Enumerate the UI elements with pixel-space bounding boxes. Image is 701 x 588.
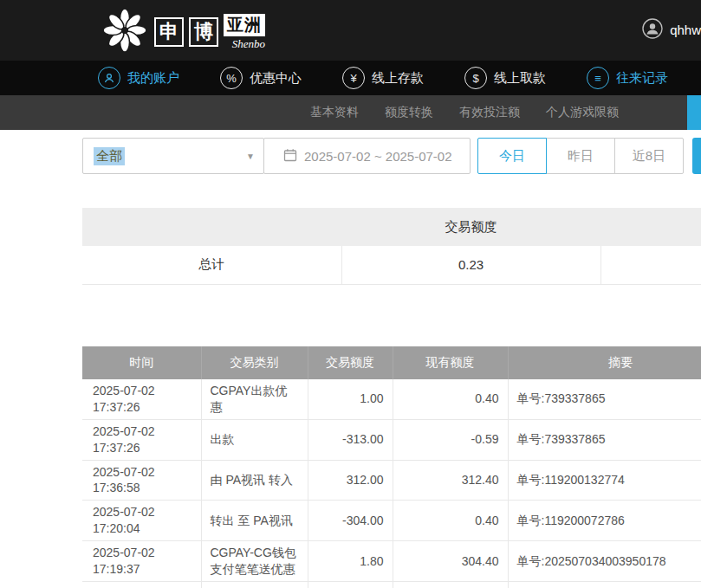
table-cell: 转出 至 PA视讯 bbox=[201, 501, 308, 541]
withdraw-icon: $ bbox=[464, 67, 487, 89]
transactions-table: 时间 交易类别 交易额度 现有额度 摘要 2025-07-02 17:37:26… bbox=[82, 346, 701, 588]
table-cell: 1.00 bbox=[308, 379, 393, 419]
promo-icon: % bbox=[220, 67, 243, 89]
table-row: 2025-07-02 17:19:37CGPAY-CG钱包支付笔笔送优惠1.80… bbox=[82, 541, 701, 582]
nav-label: 我的账户 bbox=[127, 70, 179, 87]
nav-item-deposit[interactable]: ¥ 线上存款 bbox=[342, 67, 424, 89]
logo[interactable]: 申 博 亚洲 Shenbo bbox=[101, 6, 265, 58]
table-cell: 2025-07-02 17:37:26 bbox=[82, 419, 201, 460]
logo-flower-icon bbox=[101, 6, 149, 58]
summary-header-empty bbox=[600, 208, 701, 246]
table-cell: CGPAY出款优惠 bbox=[201, 379, 308, 419]
table-row: 2025-07-02 17:37:26CGPAY出款优惠1.000.40单号:7… bbox=[82, 379, 701, 419]
table-row: 2025-07-02 17:36:58由 PA视讯 转入312.00312.40… bbox=[82, 460, 701, 501]
table-cell: 2025-07-02 17:19:37 bbox=[82, 581, 201, 588]
col-header-time: 时间 bbox=[82, 346, 201, 379]
table-cell: 1.80 bbox=[308, 541, 393, 582]
nav-item-promotions[interactable]: % 优惠中心 bbox=[220, 67, 302, 89]
table-cell: CGPAY-CG钱包支付笔笔送优惠 bbox=[201, 541, 308, 582]
nav-item-my-account[interactable]: 我的账户 bbox=[98, 67, 179, 89]
search-button[interactable] bbox=[692, 138, 701, 174]
table-cell: 单号:202507034003950178 bbox=[508, 581, 701, 588]
table-row: 2025-07-02 17:20:04转出 至 PA视讯-304.000.40单… bbox=[82, 501, 701, 541]
username: qhhw bbox=[670, 23, 701, 37]
subnav-item-game-limits[interactable]: 个人游戏限额 bbox=[546, 105, 619, 120]
last8days-button[interactable]: 近8日 bbox=[614, 138, 684, 174]
table-cell: 由 PA视讯 转入 bbox=[201, 460, 308, 501]
summary-total-value: 0.23 bbox=[341, 246, 600, 284]
table-cell: 出款 bbox=[201, 419, 308, 460]
table-cell: 302.60 bbox=[393, 581, 508, 588]
main-nav: 我的账户 % 优惠中心 ¥ 线上存款 $ 线上取款 ≡ 往来记录 bbox=[0, 61, 701, 95]
subnav-item-balance-transfer[interactable]: 额度转换 bbox=[385, 105, 433, 120]
table-cell: 单号:119200072786 bbox=[508, 501, 701, 541]
table-body: 2025-07-02 17:37:26CGPAY出款优惠1.000.40单号:7… bbox=[82, 379, 701, 588]
yesterday-button[interactable]: 昨日 bbox=[546, 138, 615, 174]
page: 申 博 亚洲 Shenbo qhhw bbox=[0, 0, 701, 588]
chevron-down-icon: ▼ bbox=[246, 152, 255, 161]
summary-empty-cell bbox=[600, 246, 701, 284]
calendar-icon bbox=[283, 148, 297, 165]
user-avatar-icon bbox=[642, 18, 663, 42]
table-cell: 2025-07-02 17:19:37 bbox=[82, 541, 201, 582]
type-dropdown[interactable]: 全部 ▼ bbox=[82, 138, 264, 174]
logo-subtitle: Shenbo bbox=[232, 37, 265, 51]
table-cell: 2025-07-02 17:36:58 bbox=[82, 460, 201, 501]
col-header-type: 交易类别 bbox=[201, 346, 308, 379]
nav-label: 线上取款 bbox=[494, 70, 546, 87]
summary-table: 交易额度 总计 0.23 bbox=[82, 208, 701, 285]
table-cell: 单号:202507034003950178 bbox=[508, 541, 701, 582]
table-cell: 2025-07-02 17:20:04 bbox=[82, 501, 201, 541]
logo-char-bo: 博 bbox=[189, 17, 218, 47]
table-row: 2025-07-02 17:19:37CGPAY支付300.00302.60单号… bbox=[82, 581, 701, 588]
nav-item-records[interactable]: ≡ 往来记录 bbox=[587, 67, 668, 89]
logo-region: 亚洲 bbox=[224, 14, 265, 36]
table-cell: -304.00 bbox=[308, 501, 393, 541]
summary-header-label: 交易额度 bbox=[341, 208, 600, 246]
user-icon bbox=[98, 67, 120, 89]
quick-date-buttons: 今日 昨日 近8日 bbox=[477, 138, 684, 174]
sub-nav: 基本资料 额度转换 有效投注额 个人游戏限额 bbox=[0, 95, 701, 130]
date-range-value: 2025-07-02 ~ 2025-07-02 bbox=[304, 149, 452, 164]
table-cell: 300.00 bbox=[308, 581, 393, 588]
col-header-balance: 现有额度 bbox=[393, 346, 508, 379]
summary-header-empty bbox=[82, 208, 341, 246]
table-cell: 单号:739337865 bbox=[508, 379, 701, 419]
table-cell: 2025-07-02 17:37:26 bbox=[82, 379, 201, 419]
table-cell: CGPAY支付 bbox=[201, 581, 308, 588]
records-icon: ≡ bbox=[587, 67, 609, 89]
table-cell: 0.40 bbox=[393, 379, 508, 419]
table-cell: 312.00 bbox=[308, 460, 393, 501]
table-row: 2025-07-02 17:37:26出款-313.00-0.59单号:7393… bbox=[82, 419, 701, 460]
table-cell: 单号:119200132774 bbox=[508, 460, 701, 501]
table-cell: -313.00 bbox=[308, 419, 393, 460]
table-cell: 0.40 bbox=[393, 501, 508, 541]
today-button[interactable]: 今日 bbox=[477, 138, 547, 174]
nav-label: 往来记录 bbox=[616, 70, 668, 87]
nav-item-withdraw[interactable]: $ 线上取款 bbox=[464, 67, 546, 89]
table-header-row: 时间 交易类别 交易额度 现有额度 摘要 bbox=[82, 346, 701, 379]
summary-body-row: 总计 0.23 bbox=[82, 246, 701, 284]
logo-region-wrap: 亚洲 Shenbo bbox=[224, 14, 265, 51]
user-account[interactable]: qhhw bbox=[642, 18, 701, 42]
logo-char-shen: 申 bbox=[154, 17, 184, 47]
deposit-icon: ¥ bbox=[342, 67, 365, 89]
nav-label: 优惠中心 bbox=[250, 70, 302, 87]
subnav-active-indicator[interactable] bbox=[687, 95, 701, 130]
summary-total-label: 总计 bbox=[82, 246, 341, 284]
table-cell: 304.40 bbox=[393, 541, 508, 582]
summary-table-wrap: 交易额度 总计 0.23 bbox=[82, 208, 701, 285]
top-header: 申 博 亚洲 Shenbo qhhw bbox=[0, 0, 701, 61]
table-cell: -0.59 bbox=[393, 419, 508, 460]
date-range-input[interactable]: 2025-07-02 ~ 2025-07-02 bbox=[263, 138, 471, 174]
transactions-table-wrap: 时间 交易类别 交易额度 现有额度 摘要 2025-07-02 17:37:26… bbox=[82, 346, 701, 588]
table-cell: 单号:739337865 bbox=[508, 419, 701, 460]
subnav-item-valid-bets[interactable]: 有效投注额 bbox=[459, 105, 520, 120]
summary-header-row: 交易额度 bbox=[82, 208, 701, 246]
filter-bar: 全部 ▼ 2025-07-02 ~ 2025-07-02 今日 昨日 近8日 bbox=[82, 138, 684, 174]
subnav-item-basic-info[interactable]: 基本资料 bbox=[310, 105, 359, 120]
nav-label: 线上存款 bbox=[372, 70, 424, 87]
table-cell: 312.40 bbox=[393, 460, 508, 501]
type-dropdown-value: 全部 bbox=[94, 147, 125, 165]
col-header-summary: 摘要 bbox=[508, 346, 701, 379]
